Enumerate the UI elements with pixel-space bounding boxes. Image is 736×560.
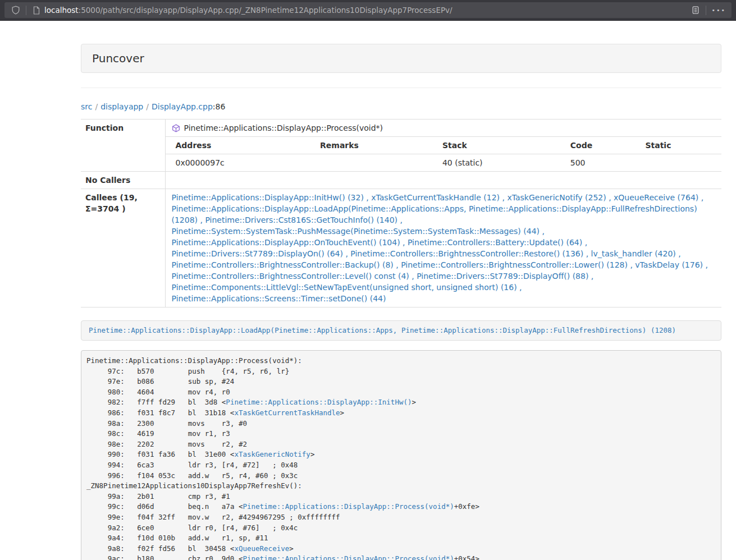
value-remarks (310, 154, 432, 172)
code-panel-heading: Pinetime::Applications::DisplayApp::Load… (81, 320, 721, 341)
page-proxy-icon[interactable] (31, 4, 42, 16)
col-stack: Stack (432, 137, 560, 154)
callee-link[interactable]: Pinetime::Controllers::Battery::Update()… (408, 238, 582, 247)
callers-row: No Callers (81, 172, 721, 189)
callee-link[interactable]: Pinetime::System::SystemTask::PushMessag… (172, 227, 540, 236)
no-callers-label: No Callers (81, 172, 165, 189)
urlbar-divider (706, 6, 706, 15)
divider (81, 88, 721, 88)
assembly-symbol-link[interactable]: xQueueReceive (234, 544, 289, 553)
breadcrumb-line-number: :86 (213, 102, 226, 111)
breadcrumb-link-src[interactable]: src (81, 102, 92, 111)
callee-link[interactable]: Pinetime::Drivers::St7789::DisplayOff() … (417, 272, 588, 281)
stats-header-row: Address Remarks Stack Code Static (166, 137, 722, 154)
stats-value-row: 0x0000097c 40 (static) 500 (166, 154, 722, 172)
assembly-symbol-link[interactable]: xTaskGenericNotify (234, 450, 310, 458)
reader-mode-icon[interactable] (690, 4, 701, 16)
breadcrumb-separator: / (143, 102, 152, 111)
callers-empty-cell (165, 172, 721, 189)
col-remarks: Remarks (310, 137, 432, 154)
callee-link[interactable]: Pinetime::Applications::DisplayApp::Init… (172, 193, 364, 202)
url-text[interactable]: localhost:5000/path/src/displayapp/Displ… (44, 6, 690, 15)
assembly-symbol-link[interactable]: xTaskGetCurrentTaskHandle (234, 408, 340, 417)
breadcrumb-link-displayapp[interactable]: displayapp (100, 102, 143, 111)
col-static: Static (635, 137, 721, 154)
url-bar[interactable]: localhost:5000/path/src/displayapp/Displ… (4, 2, 732, 18)
page-actions-icon[interactable]: ••• (712, 7, 726, 14)
breadcrumb-link-file[interactable]: DisplayApp.cpp (152, 102, 213, 111)
callees-label: Callees (19, Σ=3704 ) (81, 189, 165, 307)
value-address: 0x0000097c (166, 154, 310, 172)
function-name-line: Pinetime::Applications::DisplayApp::Proc… (166, 120, 722, 136)
callee-link[interactable]: xTaskGenericNotify (252) (507, 193, 606, 202)
callee-link[interactable]: lv_task_handler (420) (591, 249, 676, 258)
function-row: Function Pinetime::Applications::Display… (81, 120, 721, 172)
value-stack: 40 (static) (432, 154, 560, 172)
callees-list: Pinetime::Applications::DisplayApp::Init… (165, 189, 721, 307)
callee-link[interactable]: xQueueReceive (764) (614, 193, 698, 202)
callee-link[interactable]: Pinetime::Drivers::St7789::DisplayOn() (… (172, 249, 343, 258)
breadcrumb: src/displayapp/DisplayApp.cpp:86 (81, 102, 721, 111)
callee-link[interactable]: Pinetime::Components::LittleVgl::SetNewT… (172, 283, 517, 292)
urlbar-divider (26, 6, 26, 15)
symbol-cube-icon (172, 124, 180, 132)
page-title[interactable]: Puncover (81, 44, 721, 73)
assembly-symbol-link[interactable]: Pinetime::Applications::DisplayApp::Proc… (243, 502, 454, 511)
value-code: 500 (560, 154, 636, 172)
shield-icon[interactable] (10, 4, 21, 16)
callee-link[interactable]: Pinetime::Controllers::BrightnessControl… (172, 272, 409, 281)
callee-link[interactable]: Pinetime::Drivers::Cst816S::GetTouchInfo… (205, 215, 397, 224)
value-static (635, 154, 721, 172)
callee-link[interactable]: Pinetime::Applications::DisplayApp::OnTo… (172, 238, 400, 247)
col-code: Code (560, 137, 636, 154)
symbol-table: Function Pinetime::Applications::Display… (81, 119, 721, 307)
callee-link[interactable]: Pinetime::Controllers::BrightnessControl… (401, 260, 628, 269)
callee-link[interactable]: Pinetime::Controllers::BrightnessControl… (350, 249, 583, 258)
breadcrumb-separator: / (92, 102, 100, 111)
function-label: Function (81, 120, 165, 172)
assembly-symbol-link[interactable]: Pinetime::Applications::DisplayApp::Init… (226, 398, 412, 406)
url-host[interactable]: localhost (44, 6, 79, 15)
col-address: Address (166, 137, 310, 154)
callee-link[interactable]: xTaskGetCurrentTaskHandle (12) (371, 193, 500, 202)
loadapp-symbol-link[interactable]: Pinetime::Applications::DisplayApp::Load… (89, 326, 676, 334)
function-name: Pinetime::Applications::DisplayApp::Proc… (184, 122, 383, 134)
url-path[interactable]: :5000/path/src/displayapp/DisplayApp.cpp… (79, 6, 452, 15)
callee-link[interactable]: vTaskDelay (176) (635, 260, 703, 269)
callee-link[interactable]: Pinetime::Controllers::BrightnessControl… (172, 260, 394, 269)
callee-link[interactable]: Pinetime::Applications::Screens::Timer::… (172, 294, 386, 303)
main-content: Puncover src/displayapp/DisplayApp.cpp:8… (81, 44, 721, 560)
assembly-code: Pinetime::Applications::DisplayApp::Proc… (81, 350, 721, 560)
page-title-text[interactable]: Puncover (92, 52, 144, 65)
assembly-symbol-link[interactable]: Pinetime::Applications::DisplayApp::Proc… (243, 554, 454, 560)
function-stats-table: Address Remarks Stack Code Static 0x0000… (166, 136, 722, 171)
browser-toolbar: localhost:5000/path/src/displayapp/Displ… (0, 0, 736, 21)
callees-row: Callees (19, Σ=3704 ) Pinetime::Applicat… (81, 189, 721, 307)
